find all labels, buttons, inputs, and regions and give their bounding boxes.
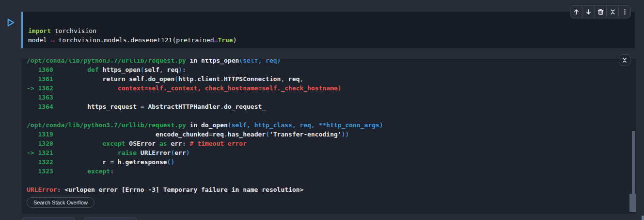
delete-cell-icon (597, 8, 604, 16)
page-scrollbar-thumb[interactable] (629, 194, 636, 212)
partial-button[interactable] (84, 218, 137, 220)
cell-toolbar (570, 5, 631, 18)
more-options-button[interactable] (618, 6, 630, 18)
code-cell[interactable]: import torchvisionmodel = torchvision.mo… (21, 12, 635, 48)
run-cell-play-icon (6, 18, 16, 27)
search-stack-overflow-button[interactable]: Search Stack Overflow (27, 197, 94, 208)
collapse-output-button[interactable] (619, 54, 630, 66)
window-scrollbar-fragment[interactable] (642, 216, 644, 220)
output-scrollbar-thumb[interactable] (632, 131, 635, 194)
move-cell-up-button[interactable] (570, 6, 582, 18)
output-panel: /opt/conda/lib/python3.7/urllib/request.… (22, 59, 636, 214)
partial-button[interactable] (22, 218, 75, 220)
move-cell-up-icon (573, 8, 580, 16)
code-editor[interactable]: import torchvisionmodel = torchvision.mo… (23, 12, 635, 45)
more-options-icon (621, 8, 628, 16)
move-cell-down-button[interactable] (582, 6, 594, 18)
collapse-output-icon (621, 57, 628, 64)
collapse-cell-button[interactable] (606, 6, 618, 18)
delete-cell-button[interactable] (594, 6, 606, 18)
traceback-output: /opt/conda/lib/python3.7/urllib/request.… (22, 59, 636, 194)
collapse-cell-icon (609, 8, 616, 16)
run-cell-button[interactable] (5, 17, 16, 28)
move-cell-down-icon (585, 8, 592, 16)
